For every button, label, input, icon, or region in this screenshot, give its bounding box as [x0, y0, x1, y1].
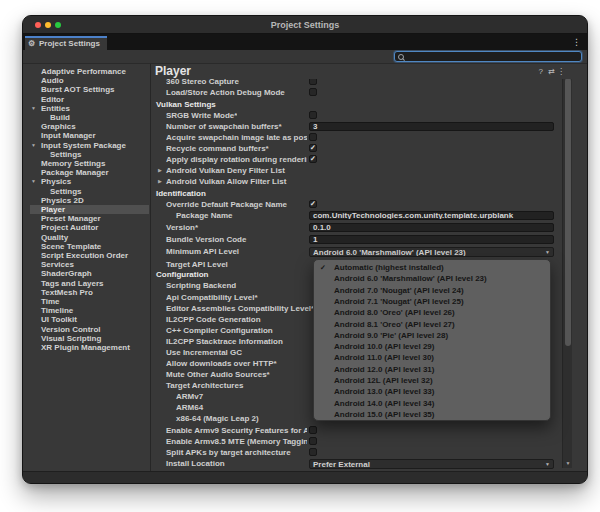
text-field-bundle-version-code[interactable]: 1	[309, 235, 554, 244]
settings-row-acquire-swapchain-image-late-as-possible: Acquire swapchain image late as possible…	[152, 132, 588, 143]
kebab-menu-icon[interactable]: ⋮	[572, 36, 581, 49]
checkbox-srgb-write-mode[interactable]	[309, 111, 317, 119]
sidebar-item-player[interactable]: Player	[30, 205, 149, 214]
search-icon	[398, 54, 403, 59]
section-header: Vulkan Settings	[156, 99, 216, 110]
checkmark-icon: ✓	[320, 262, 326, 273]
preset-icon[interactable]: ⇄	[548, 67, 555, 76]
text-field-version[interactable]: 0.1.0	[309, 223, 554, 232]
sidebar-item-quality[interactable]: Quality	[23, 233, 151, 242]
sidebar-item-xr-plugin-management[interactable]: XR Plugin Management	[23, 343, 151, 352]
checkbox-recycle-command-buffers[interactable]	[309, 144, 317, 152]
search-input[interactable]	[394, 51, 582, 62]
sidebar-item-input-system-package[interactable]: ▼Input System Package	[23, 141, 151, 150]
popup-item-android-12l-api-level-32[interactable]: Android 12L (API level 32)	[314, 375, 551, 386]
popup-item-android-14-0-api-level-34[interactable]: Android 14.0 (API level 34)	[314, 398, 551, 409]
sidebar-item-script-execution-order[interactable]: Script Execution Order	[23, 251, 151, 260]
foldout-open-icon[interactable]: ▼	[31, 141, 36, 150]
text-field-number-of-swapchain-buffers[interactable]: 3	[309, 122, 554, 131]
sidebar-item-tags-and-layers[interactable]: Tags and Layers	[23, 279, 151, 288]
popup-item-android-7-0-nougat-api-level-24[interactable]: Android 7.0 'Nougat' (API level 24)	[314, 285, 551, 296]
popup-item-android-15-0-api-level-35[interactable]: Android 15.0 (API level 35)	[314, 409, 551, 420]
popup-item-android-8-0-oreo-api-level-26[interactable]: Android 8.0 'Oreo' (API level 26)	[314, 307, 551, 318]
setting-label: Scripting Backend	[166, 280, 236, 291]
scrollbar-thumb[interactable]	[565, 78, 571, 346]
checkbox-acquire-swapchain-image-late-as-possible[interactable]	[309, 133, 317, 141]
sidebar-item-editor[interactable]: Editor	[23, 95, 151, 104]
popup-item-android-10-0-api-level-29[interactable]: Android 10.0 (API level 29)	[314, 341, 551, 352]
sidebar-item-timeline[interactable]: Timeline	[23, 306, 151, 315]
checkbox-split-apks-by-target-architecture[interactable]	[309, 448, 317, 456]
checkbox-override-default-package-name[interactable]	[309, 200, 317, 208]
vertical-scrollbar[interactable]: ▲ ▼	[562, 66, 572, 468]
popup-item-android-7-1-nougat-api-level-25[interactable]: Android 7.1 'Nougat' (API level 25)	[314, 296, 551, 307]
checkbox-apply-display-rotation-during-rendering[interactable]	[309, 155, 317, 163]
dropdown-minimum-api-level[interactable]: Android 6.0 'Marshmallow' (API level 23)…	[309, 247, 554, 257]
sidebar-item-time[interactable]: Time	[23, 297, 151, 306]
sidebar-item-input-manager[interactable]: Input Manager	[23, 131, 151, 140]
sidebar-item-build[interactable]: Build	[23, 113, 151, 122]
sidebar-item-shadergraph[interactable]: ShaderGraph	[23, 269, 151, 278]
popup-item-automatic-highest-installed[interactable]: ✓Automatic (highest installed)	[314, 262, 551, 273]
setting-label: Install Location	[166, 458, 225, 469]
sidebar-item-label: Tags and Layers	[41, 279, 104, 288]
popup-item-android-6-0-marshmallow-api-level-23[interactable]: Android 6.0 'Marshmallow' (API level 23)	[314, 273, 551, 284]
popup-item-label: Android 9.0 'Pie' (API level 28)	[334, 330, 448, 341]
text-field-package-name[interactable]: com.UnityTechnologies.com.unity.template…	[309, 211, 554, 220]
sidebar-item-audio[interactable]: Audio	[23, 76, 151, 85]
setting-label: Number of swapchain buffers*	[166, 121, 282, 132]
foldout-open-icon[interactable]: ▼	[31, 104, 36, 113]
sidebar-item-label: Entities	[41, 104, 70, 113]
popup-item-android-12-0-api-level-31[interactable]: Android 12.0 (API level 31)	[314, 364, 551, 375]
sidebar-item-burst-aot-settings[interactable]: Burst AOT Settings	[23, 85, 151, 94]
foldout-closed-icon[interactable]: ▶	[158, 176, 162, 187]
toolbar	[23, 50, 587, 64]
dropdown-install-location[interactable]: Prefer External▼	[309, 459, 554, 469]
sidebar-item-label: Visual Scripting	[41, 334, 101, 343]
sidebar-item-entities[interactable]: ▼Entities	[23, 104, 151, 113]
dropdown-value: Android 6.0 'Marshmallow' (API level 23)	[313, 248, 466, 257]
tab-project-settings[interactable]: ⚙Project Settings	[25, 36, 107, 50]
sidebar-item-scene-template[interactable]: Scene Template	[23, 242, 151, 251]
more-options-icon[interactable]: ⋮	[557, 67, 565, 76]
sidebar-item-memory-settings[interactable]: Memory Settings	[23, 159, 151, 168]
popup-item-android-11-0-api-level-30[interactable]: Android 11.0 (API level 30)	[314, 352, 551, 363]
setting-label: Android Vulkan Allow Filter List	[166, 176, 286, 187]
window-title: Project Settings	[23, 20, 587, 30]
checkbox-load-store-action-debug-mode[interactable]	[309, 88, 317, 96]
popup-item-android-9-0-pie-api-level-28[interactable]: Android 9.0 'Pie' (API level 28)	[314, 330, 551, 341]
sidebar-item-project-auditor[interactable]: Project Auditor	[23, 223, 151, 232]
sidebar-item-settings[interactable]: Settings	[23, 150, 151, 159]
sidebar-item-adaptive-performance[interactable]: Adaptive Performance	[23, 67, 151, 76]
sidebar-item-services[interactable]: Services	[23, 260, 151, 269]
settings-row-apply-display-rotation-during-rendering: Apply display rotation during rendering	[152, 154, 588, 165]
settings-row-override-default-package-name: Override Default Package Name	[152, 199, 588, 210]
sidebar-item-physics-2d[interactable]: Physics 2D	[23, 196, 151, 205]
foldout-open-icon[interactable]: ▼	[31, 177, 36, 186]
sidebar-item-physics[interactable]: ▼Physics	[23, 177, 151, 186]
sidebar-item-preset-manager[interactable]: Preset Manager	[23, 214, 151, 223]
target-api-level-popup: ✓Automatic (highest installed)Android 6.…	[313, 259, 551, 421]
sidebar-item-visual-scripting[interactable]: Visual Scripting	[23, 334, 151, 343]
scroll-down-arrow-icon[interactable]: ▼	[563, 460, 573, 466]
sidebar-item-ui-toolkit[interactable]: UI Toolkit	[23, 315, 151, 324]
checkbox-enable-armv8-5-mte-memory-tagging-ex[interactable]	[309, 437, 317, 445]
sidebar-item-package-manager[interactable]: Package Manager	[23, 168, 151, 177]
settings-category-sidebar: Adaptive PerformanceAudioBurst AOT Setti…	[23, 64, 151, 473]
checkbox-enable-armv9-security-features-for-arm64[interactable]	[309, 426, 317, 434]
sidebar-item-settings[interactable]: Settings	[23, 187, 151, 196]
foldout-closed-icon[interactable]: ▶	[158, 165, 162, 176]
setting-label: Use Incremental GC	[166, 347, 242, 358]
popup-item-android-8-1-oreo-api-level-27[interactable]: Android 8.1 'Oreo' (API level 27)	[314, 319, 551, 330]
sidebar-item-label: Package Manager	[41, 168, 109, 177]
setting-label: Allow downloads over HTTP*	[166, 358, 277, 369]
sidebar-item-label: Settings	[50, 187, 82, 196]
help-icon[interactable]: ?	[539, 67, 543, 76]
sidebar-item-label: Memory Settings	[41, 159, 105, 168]
sidebar-item-label: Input Manager	[41, 131, 96, 140]
settings-row-install-location: Install LocationPrefer External▼	[152, 458, 588, 469]
sidebar-item-version-control[interactable]: Version Control	[23, 325, 151, 334]
sidebar-item-textmesh-pro[interactable]: TextMesh Pro	[23, 288, 151, 297]
sidebar-item-graphics[interactable]: Graphics	[23, 122, 151, 131]
popup-item-android-13-0-api-level-33[interactable]: Android 13.0 (API level 33)	[314, 386, 551, 397]
